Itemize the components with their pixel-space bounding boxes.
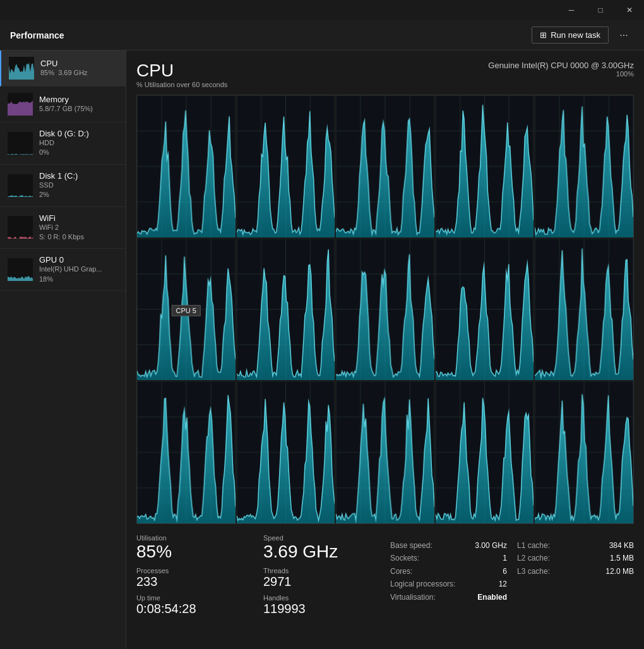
- sidebar-item-cpu[interactable]: CPU85% 3.69 GHz: [0, 51, 126, 86]
- l2-row: L2 cache: 1.5 MB: [517, 552, 634, 564]
- l3-row: L3 cache: 12.0 MB: [517, 565, 634, 578]
- logical-row: Logical processors: 12: [390, 578, 507, 590]
- stats-section: Utilisation 85% Processes 233 Up time 0:…: [136, 534, 634, 616]
- sidebar-mini-chart-wifi: [8, 216, 33, 239]
- cpu-canvas-4: [535, 95, 633, 237]
- uptime-value: 0:08:54:28: [136, 602, 253, 616]
- cpu-cell-4: [535, 95, 633, 237]
- cpu-canvas-11: [237, 381, 335, 523]
- cpu-canvas-0: [137, 95, 236, 237]
- cpu-cell-5: CPU 5: [137, 239, 236, 381]
- cpu-cell-0: [137, 95, 236, 237]
- sidebar-item-name-cpu: CPU: [40, 59, 118, 68]
- app-title: Performance: [10, 30, 532, 40]
- speed-value: 3.69 GHz: [263, 542, 380, 562]
- cpu-cell-3: [436, 95, 534, 237]
- sidebar-item-gpu0[interactable]: GPU 0Intel(R) UHD Grap... 18%: [0, 249, 126, 291]
- sidebar-item-sub-disk0: HDD 0%: [39, 138, 118, 158]
- sidebar-mini-chart-disk0: [8, 132, 33, 155]
- cpu-canvas-8: [436, 239, 534, 381]
- chart-label: % Utilisation over 60 seconds: [136, 81, 227, 88]
- base-speed-row: Base speed: 3.00 GHz: [390, 539, 507, 552]
- utilisation-value: 85%: [136, 542, 253, 562]
- sidebar-item-memory[interactable]: Memory5.8/7.7 GB (75%): [0, 86, 126, 122]
- processes-value: 233: [136, 575, 253, 589]
- cpu-canvas-12: [336, 381, 434, 523]
- threads-value: 2971: [263, 575, 380, 589]
- cpu-canvas-5: [137, 239, 236, 381]
- content-area: CPU % Utilisation over 60 seconds Genuin…: [126, 51, 644, 649]
- cpu-cell-14: [535, 381, 633, 523]
- sidebar: CPU85% 3.69 GHzMemory5.8/7.7 GB (75%)Dis…: [0, 51, 126, 649]
- sidebar-item-name-wifi: WiFi: [39, 213, 118, 223]
- speed-group: Speed 3.69 GHz Threads 2971 Handles 1199…: [263, 534, 380, 616]
- sidebar-mini-chart-memory: [8, 93, 33, 116]
- cpu-model: Genuine Intel(R) CPU 0000 @ 3.00GHz: [488, 61, 634, 70]
- detail-group-2: L1 cache: 384 KB L2 cache: 1.5 MB L3 cac…: [517, 539, 634, 578]
- cpu-cell-7: [336, 239, 434, 381]
- sidebar-item-disk1[interactable]: Disk 1 (C:)SSD 2%: [0, 165, 126, 207]
- sidebar-mini-chart-gpu0: [8, 258, 33, 281]
- sidebar-item-name-disk0: Disk 0 (G: D:): [39, 129, 118, 138]
- more-options-button[interactable]: ···: [614, 25, 634, 45]
- virt-row: Virtualisation: Enabled: [390, 591, 507, 604]
- processes-label: Processes: [136, 567, 253, 575]
- sidebar-item-name-gpu0: GPU 0: [39, 255, 118, 265]
- cpu-cell-10: [137, 381, 236, 523]
- cpu-canvas-13: [436, 381, 534, 523]
- run-new-task-button[interactable]: ⊞ Run new task: [532, 27, 609, 44]
- cpu-cell-9: [535, 239, 633, 381]
- cpu-cell-2: [336, 95, 434, 237]
- close-button[interactable]: ✕: [615, 0, 644, 20]
- cpu-canvas-6: [237, 239, 335, 381]
- sidebar-item-sub-gpu0: Intel(R) UHD Grap... 18%: [39, 265, 118, 284]
- cpu-canvas-14: [535, 381, 633, 523]
- cpu-canvas-9: [535, 239, 633, 381]
- sidebar-item-name-memory: Memory: [39, 95, 118, 104]
- cpu-canvas-3: [436, 95, 534, 237]
- cpu-title: CPU: [136, 61, 227, 81]
- run-icon: ⊞: [540, 30, 547, 40]
- sidebar-item-sub-wifi: WiFi 2 S: 0 R: 0 Kbps: [39, 223, 118, 242]
- content-header: CPU % Utilisation over 60 seconds Genuin…: [136, 61, 634, 91]
- maximize-button[interactable]: □: [586, 0, 615, 20]
- cores-row: Cores: 6: [390, 565, 507, 578]
- utilisation-label: Utilisation: [136, 534, 253, 542]
- cpu-cell-1: [237, 95, 335, 237]
- chart-percent: 100%: [488, 70, 634, 78]
- l1-row: L1 cache: 384 KB: [517, 539, 634, 552]
- sidebar-item-sub-memory: 5.8/7.7 GB (75%): [39, 104, 118, 114]
- cpu-canvas-7: [336, 239, 434, 381]
- cpu-canvas-2: [336, 95, 434, 237]
- app-header: Performance ⊞ Run new task ···: [0, 20, 644, 51]
- sidebar-mini-chart-disk1: [8, 174, 33, 197]
- cpu-grid: CPU 5: [136, 95, 634, 524]
- cpu-cell-11: [237, 381, 335, 523]
- utilisation-group: Utilisation 85% Processes 233 Up time 0:…: [136, 534, 253, 616]
- sidebar-item-sub-disk1: SSD 2%: [39, 181, 118, 200]
- speed-label: Speed: [263, 534, 380, 542]
- sidebar-item-wifi[interactable]: WiFiWiFi 2 S: 0 R: 0 Kbps: [0, 207, 126, 249]
- titlebar: ─ □ ✕: [0, 0, 644, 20]
- cpu-cell-8: [436, 239, 534, 381]
- cpu-cell-12: [336, 381, 434, 523]
- threads-label: Threads: [263, 567, 380, 575]
- handles-label: Handles: [263, 594, 380, 602]
- main-layout: CPU85% 3.69 GHzMemory5.8/7.7 GB (75%)Dis…: [0, 51, 644, 649]
- cpu-canvas-10: [137, 381, 236, 523]
- detail-group-1: Base speed: 3.00 GHz Sockets: 1 Cores: 6…: [390, 539, 507, 604]
- sidebar-item-disk0[interactable]: Disk 0 (G: D:)HDD 0%: [0, 122, 126, 165]
- cpu-canvas-1: [237, 95, 335, 237]
- minimize-button[interactable]: ─: [557, 0, 586, 20]
- sockets-row: Sockets: 1: [390, 552, 507, 564]
- uptime-label: Up time: [136, 594, 253, 602]
- sidebar-item-sub-cpu: 85% 3.69 GHz: [40, 68, 118, 78]
- handles-value: 119993: [263, 602, 380, 616]
- sidebar-item-name-disk1: Disk 1 (C:): [39, 171, 118, 181]
- cpu-cell-6: [237, 239, 335, 381]
- sidebar-mini-chart-cpu: [9, 57, 34, 80]
- cpu-cell-13: [436, 381, 534, 523]
